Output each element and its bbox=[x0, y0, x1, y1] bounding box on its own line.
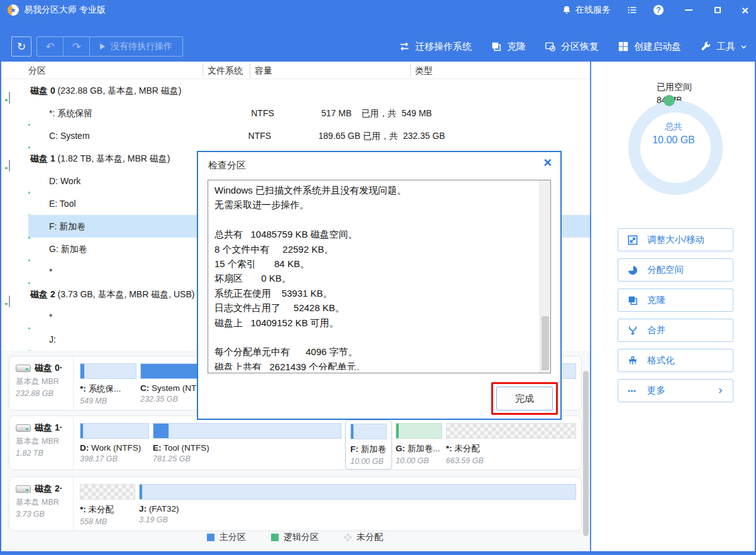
total-value: 10.00 GB bbox=[591, 135, 756, 146]
redo-button[interactable]: ↷ bbox=[64, 37, 90, 56]
check-partition-dialog: 检查分区 × Windows 已扫描文件系统并且没有发现问题。 无需采取进一步操… bbox=[197, 151, 562, 420]
disk-info[interactable]: 磁盘 1·基本盘 MBR1.82 TB bbox=[9, 416, 74, 470]
clone-icon bbox=[627, 295, 638, 306]
partition-usage-bar bbox=[153, 423, 342, 439]
sidebar: 已用空间 84 MB 总共 10.00 GB 调整大小/移动分配空间克隆合并格式… bbox=[590, 62, 756, 551]
resize-icon bbox=[627, 234, 638, 246]
toolbar-clone-button[interactable]: 克隆 bbox=[491, 41, 526, 53]
diskmap-partition[interactable]: G: 新加卷...10.00 GB bbox=[396, 422, 442, 465]
capacity-donut-chart bbox=[628, 101, 723, 195]
chevron-down-icon bbox=[740, 43, 747, 50]
legend-swatch-icon bbox=[344, 534, 352, 541]
partition-row[interactable]: *: 系统保留NTFS517 MB 已用，共 549 MB系统, 激活, 主分区 bbox=[0, 102, 590, 124]
disk-card: 磁盘 2·基本盘 MBR3.73 GB*: 未分配558 MBJ: (FAT32… bbox=[9, 476, 582, 531]
sidebar-button-more[interactable]: 更多 bbox=[618, 379, 733, 402]
wrench-icon bbox=[700, 41, 711, 52]
bell-icon bbox=[562, 5, 572, 15]
undo-icon: ↶ bbox=[45, 40, 54, 53]
check-report-text: Windows 已扫描文件系统并且没有发现问题。 无需采取进一步操作。 总共有 … bbox=[214, 183, 534, 370]
undo-button[interactable]: ↶ bbox=[37, 37, 64, 56]
app-window: ★ 易我分区大师 专业版 在线服务 ? × ↻ ↶ ↷ bbox=[0, 0, 756, 555]
partition-usage-bar bbox=[350, 424, 387, 439]
partition-usage-bar bbox=[396, 423, 442, 439]
partition-usage-bar bbox=[139, 484, 576, 500]
online-service-button[interactable]: 在线服务 bbox=[562, 4, 611, 16]
minimize-icon bbox=[685, 9, 692, 11]
sidebar-actions: 调整大小/移动分配空间克隆合并格式化更多 bbox=[618, 228, 733, 409]
report-scrollbar-thumb[interactable] bbox=[542, 316, 549, 370]
column-header-capacity[interactable]: 容量 bbox=[255, 62, 272, 79]
merge-icon bbox=[627, 325, 638, 336]
sidebar-button-clone[interactable]: 克隆 bbox=[618, 288, 733, 312]
maximize-button[interactable] bbox=[713, 5, 723, 15]
done-button[interactable]: 完成 bbox=[496, 387, 553, 410]
diskmap-partition[interactable]: D: Work (NTFS)398.17 GB bbox=[80, 422, 149, 463]
maximize-icon bbox=[714, 7, 721, 13]
legend-item: 主分区 bbox=[207, 532, 246, 543]
sidebar-button-allocate-space[interactable]: 分配空间 bbox=[618, 258, 733, 282]
disk-drive-icon bbox=[16, 365, 31, 372]
disk-info[interactable]: 磁盘 2·基本盘 MBR3.73 GB bbox=[9, 477, 74, 530]
report-scrollbar[interactable] bbox=[540, 180, 550, 373]
column-header-filesystem[interactable]: 文件系统 bbox=[208, 62, 243, 79]
main-scrollbar-thumb[interactable] bbox=[583, 371, 589, 536]
partition-usage-bar bbox=[80, 423, 149, 439]
disk-card: 磁盘 1·基本盘 MBR1.82 TBD: Work (NTFS)398.17 … bbox=[9, 415, 582, 470]
legend-item: 逻辑分区 bbox=[271, 532, 319, 543]
close-button[interactable]: × bbox=[742, 4, 748, 16]
column-header-type[interactable]: 类型 bbox=[415, 62, 433, 79]
toolbar-partition-recovery-button[interactable]: 分区恢复 bbox=[545, 41, 599, 53]
sidebar-button-format[interactable]: 格式化 bbox=[618, 349, 733, 372]
more-dots-icon bbox=[627, 385, 638, 397]
toolbar-actions: 迁移操作系统克隆分区恢复创建启动盘工具 bbox=[399, 36, 747, 57]
transfer-arrows-icon bbox=[399, 41, 410, 52]
dialog-title: 检查分区 bbox=[208, 160, 246, 172]
operation-list-button[interactable] bbox=[627, 5, 637, 15]
windows-grid-icon bbox=[618, 41, 629, 52]
diskmap-partition[interactable]: E: Tool (NTFS)781.25 GB bbox=[153, 422, 342, 463]
sidebar-button-merge[interactable]: 合并 bbox=[618, 319, 733, 342]
help-button[interactable]: ? bbox=[653, 5, 664, 15]
partition-usage-bar bbox=[80, 363, 136, 379]
format-icon bbox=[627, 355, 638, 366]
partition-usage-bar bbox=[446, 423, 576, 439]
column-header-partition[interactable]: 分区 bbox=[28, 62, 46, 79]
refresh-icon: ↻ bbox=[17, 40, 26, 53]
app-logo-icon: ★ bbox=[8, 4, 19, 16]
refresh-button[interactable]: ↻ bbox=[11, 36, 31, 57]
toolbar-left: ↻ ↶ ↷ 没有待执行操作 bbox=[11, 36, 183, 57]
sidebar-button-resize-move[interactable]: 调整大小/移动 bbox=[618, 228, 733, 251]
dialog-close-button[interactable]: × bbox=[543, 156, 552, 170]
chevron-right-icon bbox=[717, 387, 724, 394]
play-icon bbox=[100, 43, 105, 50]
diskmap-partition[interactable]: *: 未分配558 MB bbox=[80, 483, 135, 526]
diskmap-partition[interactable]: *: 系统保...549 MB bbox=[80, 363, 136, 405]
clone-icon bbox=[491, 41, 502, 52]
titlebar-right: 在线服务 ? × bbox=[562, 4, 748, 16]
diskmap-partition[interactable]: J: (FAT32)3.19 GB bbox=[139, 483, 576, 524]
toolbar-bootable-media-button[interactable]: 创建启动盘 bbox=[618, 41, 681, 53]
disk-info[interactable]: 磁盘 0·基本盘 MBR232.88 GB bbox=[9, 356, 74, 410]
app-title: 易我分区大师 专业版 bbox=[24, 4, 106, 16]
diskmap-partition[interactable]: F: 新加卷...10.00 GB bbox=[345, 420, 392, 470]
disk-partition-strip: D: Work (NTFS)398.17 GBE: Tool (NTFS)781… bbox=[74, 416, 581, 470]
partition-usage-bar bbox=[80, 484, 135, 500]
disk-partition-strip: *: 未分配558 MBJ: (FAT32)3.19 GB bbox=[74, 477, 581, 530]
diskmap-partition[interactable]: *: 未分配663.59 GB bbox=[446, 422, 576, 465]
partition-legend: 主分区逻辑分区未分配 bbox=[0, 532, 590, 543]
window-bottom-strip bbox=[0, 551, 756, 555]
minimize-button[interactable] bbox=[684, 5, 694, 15]
legend-item: 未分配 bbox=[344, 532, 383, 543]
total-label: 总共 bbox=[591, 121, 756, 133]
toolbar-migrate-os-button[interactable]: 迁移操作系统 bbox=[399, 41, 472, 53]
window-border bbox=[0, 0, 1, 555]
disk-row[interactable]: 磁盘 0 (232.88 GB, 基本盘, MBR 磁盘) bbox=[0, 79, 590, 102]
pie-chart-icon bbox=[627, 265, 638, 276]
disk-drive-icon bbox=[16, 485, 31, 493]
partition-row[interactable]: C: SystemNTFS189.65 GB 已用，共 232.35 GB启动,… bbox=[0, 124, 590, 147]
used-space-dot-icon bbox=[664, 95, 675, 106]
toolbar-tools-button[interactable]: 工具 bbox=[700, 41, 747, 53]
pending-operations-group: ↶ ↷ 没有待执行操作 bbox=[36, 36, 183, 57]
check-report-box: Windows 已扫描文件系统并且没有发现问题。 无需采取进一步操作。 总共有 … bbox=[208, 180, 551, 373]
titlebar: ★ 易我分区大师 专业版 在线服务 ? × bbox=[0, 0, 756, 20]
